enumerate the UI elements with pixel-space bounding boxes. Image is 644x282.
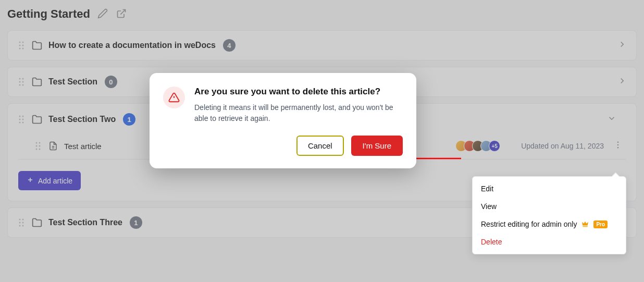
menu-edit[interactable]: Edit <box>473 180 626 198</box>
drag-handle-icon[interactable] <box>18 41 24 50</box>
svg-point-21 <box>36 145 38 147</box>
svg-line-0 <box>120 10 125 15</box>
svg-point-20 <box>39 142 41 144</box>
section-title: How to create a documentation in weDocs <box>48 41 216 50</box>
svg-point-17 <box>19 122 21 124</box>
svg-point-13 <box>19 116 21 117</box>
svg-point-35 <box>22 222 24 224</box>
svg-point-6 <box>22 48 24 50</box>
section-title: Test Section Two <box>48 115 116 124</box>
svg-point-10 <box>22 81 24 83</box>
menu-restrict[interactable]: Restrict editing for admin only Pro <box>473 215 626 233</box>
add-article-label: Add article <box>38 177 72 185</box>
svg-point-12 <box>22 84 24 86</box>
svg-point-9 <box>19 81 21 83</box>
svg-point-3 <box>19 45 21 46</box>
svg-point-8 <box>22 78 24 80</box>
svg-point-4 <box>22 45 24 46</box>
chevron-down-icon[interactable] <box>607 114 616 125</box>
svg-point-7 <box>19 78 21 80</box>
svg-point-2 <box>22 42 24 43</box>
plus-icon <box>27 176 34 185</box>
add-article-button[interactable]: Add article <box>18 171 81 190</box>
context-menu: Edit View Restrict editing for admin onl… <box>472 176 626 254</box>
section-title: Test Section Three <box>48 218 122 227</box>
svg-point-29 <box>617 147 618 148</box>
svg-point-19 <box>36 142 38 144</box>
avatar-more[interactable]: +5 <box>489 140 500 152</box>
crown-icon <box>581 220 589 228</box>
svg-point-23 <box>36 149 38 150</box>
updated-date: Updated on Aug 11, 2023 <box>521 142 604 150</box>
svg-point-24 <box>39 149 41 150</box>
document-icon <box>48 141 58 151</box>
dialog-text: Deleting it means it will be permanently… <box>194 102 403 124</box>
drag-handle-icon[interactable] <box>35 141 41 151</box>
external-link-icon[interactable] <box>116 8 128 20</box>
drag-handle-icon[interactable] <box>18 218 24 227</box>
svg-point-28 <box>617 144 618 145</box>
more-options-icon[interactable] <box>613 140 623 152</box>
count-badge: 1 <box>130 216 142 229</box>
menu-delete[interactable]: Delete <box>473 233 626 251</box>
folder-icon <box>32 40 42 51</box>
count-badge: 1 <box>123 113 135 126</box>
svg-point-27 <box>617 142 618 143</box>
svg-point-37 <box>22 225 24 227</box>
folder-icon <box>32 114 42 125</box>
svg-point-11 <box>19 84 21 86</box>
count-badge: 0 <box>105 76 117 88</box>
chevron-right-icon[interactable] <box>617 76 627 88</box>
avatar-stack[interactable]: +5 <box>459 140 500 152</box>
svg-point-1 <box>19 42 21 43</box>
drag-handle-icon[interactable] <box>18 115 24 124</box>
svg-point-33 <box>22 219 24 220</box>
confirm-button[interactable]: I'm Sure <box>351 136 403 156</box>
folder-icon <box>32 217 42 228</box>
folder-icon <box>32 77 42 87</box>
svg-point-18 <box>22 122 24 124</box>
chevron-right-icon[interactable] <box>617 40 627 51</box>
warning-icon <box>163 87 185 108</box>
pro-badge: Pro <box>593 220 608 228</box>
svg-point-32 <box>19 219 21 220</box>
drag-handle-icon[interactable] <box>18 77 24 87</box>
article-title: Test article <box>64 142 102 151</box>
menu-restrict-label: Restrict editing for admin only <box>481 220 577 228</box>
section-title: Test Section <box>48 77 97 87</box>
page-title: Getting Started <box>7 7 90 21</box>
confirm-dialog: Are you sure you want to delete this art… <box>150 73 416 168</box>
svg-point-15 <box>19 119 21 120</box>
edit-title-icon[interactable] <box>97 8 109 20</box>
svg-point-16 <box>22 119 24 120</box>
svg-point-36 <box>19 225 21 227</box>
menu-view[interactable]: View <box>473 198 626 215</box>
dialog-title: Are you sure you want to delete this art… <box>194 87 403 97</box>
page-header: Getting Started <box>7 7 637 21</box>
svg-point-14 <box>22 116 24 117</box>
svg-point-34 <box>19 222 21 224</box>
section-row[interactable]: How to create a documentation in weDocs … <box>7 30 637 60</box>
count-badge: 4 <box>223 39 236 52</box>
svg-point-22 <box>39 145 41 147</box>
svg-point-5 <box>19 48 21 50</box>
cancel-button[interactable]: Cancel <box>296 136 344 156</box>
